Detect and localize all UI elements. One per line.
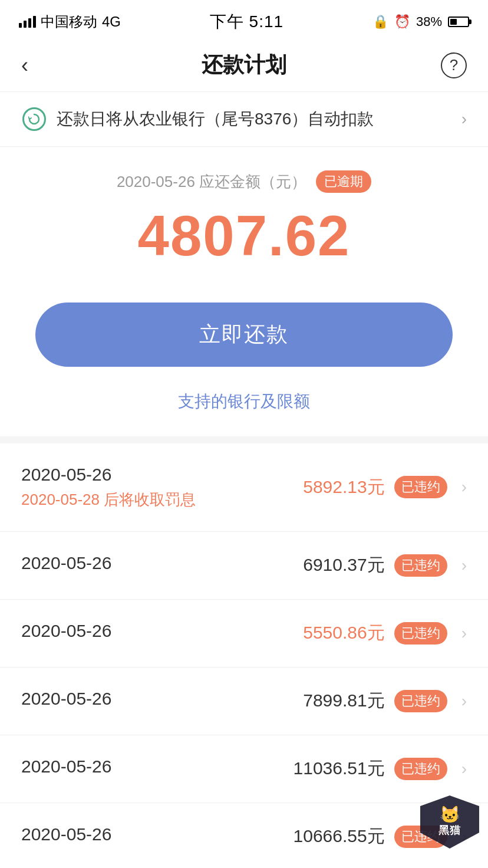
repayment-item[interactable]: 2020-05-262020-05-28 后将收取罚息5892.13元已违约› <box>0 443 488 532</box>
violation-badge: 已违约 <box>394 622 447 645</box>
repayment-left: 2020-05-26 <box>21 553 303 578</box>
violation-badge: 已违约 <box>394 690 447 712</box>
repayment-item[interactable]: 2020-05-265550.86元已违约› <box>0 600 488 668</box>
repayment-left: 2020-05-26 <box>21 689 303 714</box>
battery-label: 38% <box>416 14 442 29</box>
amount-section: 2020-05-26 应还金额（元） 已逾期 4807.62 <box>0 147 488 285</box>
watermark-shield: 🐱 黑猫 <box>420 795 479 849</box>
repayment-date: 2020-05-26 <box>21 621 303 641</box>
chevron-right-icon: › <box>461 692 467 711</box>
overdue-badge: 已逾期 <box>316 170 371 193</box>
amount-label-row: 2020-05-26 应还金额（元） 已逾期 <box>21 170 467 193</box>
repayment-amount: 6910.37元 <box>303 553 384 577</box>
chevron-right-icon: › <box>461 556 467 575</box>
lock-icon: 🔒 <box>372 14 388 29</box>
repayment-left: 2020-05-262020-05-28 后将收取罚息 <box>21 465 303 510</box>
amount-date-label: 2020-05-26 应还金额（元） <box>117 172 306 192</box>
page-title: 还款计划 <box>57 51 431 80</box>
chevron-right-icon: › <box>461 760 467 778</box>
repayment-left: 2020-05-26 <box>21 621 303 646</box>
repayment-amount: 11036.51元 <box>294 757 385 781</box>
repayment-item[interactable]: 2020-05-266910.37元已违约› <box>0 532 488 600</box>
chevron-right-icon: › <box>461 478 467 497</box>
signal-icon <box>19 16 36 28</box>
violation-badge: 已违约 <box>394 476 447 498</box>
auto-deduct-arrow: › <box>461 110 467 129</box>
bank-limit-section: 支持的银行及限额 <box>0 384 488 436</box>
help-icon[interactable]: ? <box>441 52 467 78</box>
battery-icon <box>448 17 469 27</box>
watermark: 🐱 黑猫 CAT <box>411 791 488 868</box>
repayment-left: 2020-05-26 <box>21 757 294 781</box>
repayment-amount: 7899.81元 <box>303 689 384 713</box>
repayment-date: 2020-05-26 <box>21 465 303 485</box>
repayment-date: 2020-05-26 <box>21 824 294 844</box>
status-left: 中国移动 4G <box>19 12 121 31</box>
auto-deduct-icon <box>21 106 47 132</box>
repayment-amount: 10666.55元 <box>294 824 385 849</box>
network-label: 4G <box>102 14 121 30</box>
repayment-right: 5550.86元已违约› <box>303 621 467 645</box>
auto-deduct-banner[interactable]: 还款日将从农业银行（尾号8376）自动扣款 › <box>0 91 488 147</box>
pay-button-container: 立即还款 <box>0 285 488 384</box>
header: ‹ 还款计划 ? <box>0 39 488 91</box>
violation-badge: 已违约 <box>394 758 447 780</box>
chevron-right-icon: › <box>461 624 467 643</box>
auto-deduct-text: 还款日将从农业银行（尾号8376）自动扣款 <box>57 108 461 130</box>
status-right: 🔒 ⏰ 38% <box>372 14 469 29</box>
repayment-date: 2020-05-26 <box>21 689 303 709</box>
repayment-right: 11036.51元已违约› <box>294 757 467 781</box>
pay-now-button[interactable]: 立即还款 <box>35 303 453 367</box>
repayment-amount: 5550.86元 <box>303 621 384 645</box>
bank-limit-link[interactable]: 支持的银行及限额 <box>178 392 310 410</box>
repayment-item[interactable]: 2020-05-267899.81元已违约› <box>0 668 488 735</box>
time-label: 下午 5:11 <box>210 11 283 33</box>
amount-value: 4807.62 <box>21 205 467 267</box>
carrier-label: 中国移动 <box>41 12 97 31</box>
repayment-amount: 5892.13元 <box>303 475 384 499</box>
repayment-right: 6910.37元已违约› <box>303 553 467 577</box>
back-button[interactable]: ‹ <box>21 53 57 78</box>
status-bar: 中国移动 4G 下午 5:11 🔒 ⏰ 38% <box>0 0 488 39</box>
repayment-left: 2020-05-26 <box>21 824 294 849</box>
repayment-right: 5892.13元已违约› <box>303 475 467 499</box>
alarm-icon: ⏰ <box>394 14 410 29</box>
repayment-date: 2020-05-26 <box>21 553 303 573</box>
repayment-sub: 2020-05-28 后将收取罚息 <box>21 489 303 510</box>
repayment-right: 7899.81元已违约› <box>303 689 467 713</box>
help-button[interactable]: ? <box>431 52 467 78</box>
watermark-cat-label: CAT <box>434 849 466 864</box>
violation-badge: 已违约 <box>394 554 447 577</box>
repayment-date: 2020-05-26 <box>21 757 294 777</box>
